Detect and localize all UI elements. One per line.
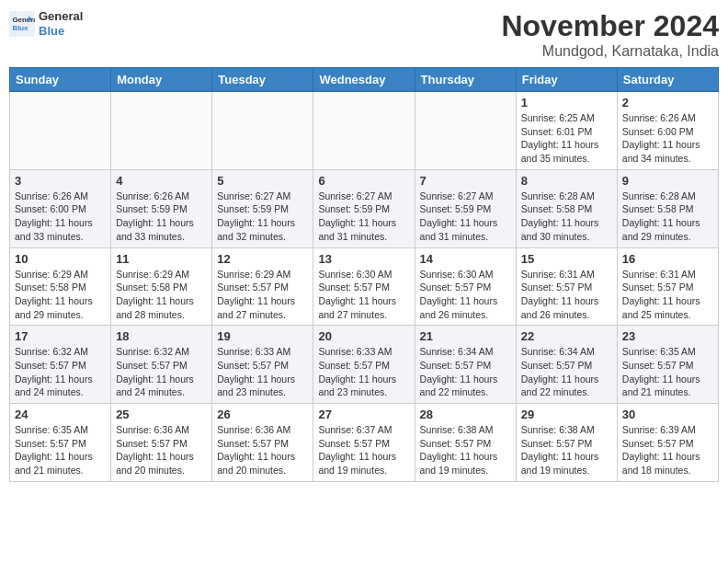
day-number: 5 bbox=[217, 174, 308, 188]
day-number: 9 bbox=[622, 174, 713, 188]
weekday-header-friday: Friday bbox=[516, 68, 617, 92]
day-detail: Sunrise: 6:38 AM Sunset: 5:57 PM Dayligh… bbox=[420, 423, 511, 477]
day-number: 13 bbox=[318, 252, 409, 266]
calendar-cell bbox=[415, 92, 516, 170]
calendar-cell: 13Sunrise: 6:30 AM Sunset: 5:57 PM Dayli… bbox=[313, 247, 415, 326]
day-number: 16 bbox=[622, 252, 713, 266]
calendar-cell: 5Sunrise: 6:27 AM Sunset: 5:59 PM Daylig… bbox=[212, 169, 313, 247]
calendar-cell: 27Sunrise: 6:37 AM Sunset: 5:57 PM Dayli… bbox=[313, 404, 415, 482]
weekday-header-monday: Monday bbox=[111, 68, 212, 92]
calendar-week-1: 1Sunrise: 6:25 AM Sunset: 6:01 PM Daylig… bbox=[10, 92, 719, 170]
day-detail: Sunrise: 6:34 AM Sunset: 5:57 PM Dayligh… bbox=[521, 345, 612, 399]
page-header: General Blue General Blue November 2024 … bbox=[9, 9, 719, 60]
day-detail: Sunrise: 6:39 AM Sunset: 5:57 PM Dayligh… bbox=[622, 423, 713, 477]
calendar-cell: 3Sunrise: 6:26 AM Sunset: 6:00 PM Daylig… bbox=[10, 169, 111, 247]
weekday-header-saturday: Saturday bbox=[617, 68, 718, 92]
day-number: 6 bbox=[318, 174, 409, 188]
day-detail: Sunrise: 6:30 AM Sunset: 5:57 PM Dayligh… bbox=[420, 268, 511, 322]
calendar-cell: 7Sunrise: 6:27 AM Sunset: 5:59 PM Daylig… bbox=[415, 169, 516, 247]
day-number: 4 bbox=[116, 174, 207, 188]
day-number: 29 bbox=[521, 408, 612, 421]
weekday-header-wednesday: Wednesday bbox=[313, 68, 415, 92]
calendar-cell: 2Sunrise: 6:26 AM Sunset: 6:00 PM Daylig… bbox=[617, 92, 718, 170]
calendar-cell: 24Sunrise: 6:35 AM Sunset: 5:57 PM Dayli… bbox=[10, 404, 111, 482]
day-detail: Sunrise: 6:36 AM Sunset: 5:57 PM Dayligh… bbox=[217, 423, 308, 477]
day-detail: Sunrise: 6:35 AM Sunset: 5:57 PM Dayligh… bbox=[622, 345, 713, 399]
day-number: 15 bbox=[521, 252, 612, 266]
calendar-cell bbox=[212, 92, 313, 170]
calendar-cell: 18Sunrise: 6:32 AM Sunset: 5:57 PM Dayli… bbox=[111, 326, 212, 404]
calendar-cell: 26Sunrise: 6:36 AM Sunset: 5:57 PM Dayli… bbox=[212, 404, 313, 482]
calendar-cell bbox=[111, 92, 212, 170]
day-detail: Sunrise: 6:32 AM Sunset: 5:57 PM Dayligh… bbox=[116, 345, 207, 399]
day-number: 12 bbox=[217, 252, 308, 266]
weekday-header-row: SundayMondayTuesdayWednesdayThursdayFrid… bbox=[10, 68, 719, 92]
calendar-week-5: 24Sunrise: 6:35 AM Sunset: 5:57 PM Dayli… bbox=[10, 404, 719, 482]
day-number: 26 bbox=[217, 408, 308, 421]
day-detail: Sunrise: 6:29 AM Sunset: 5:58 PM Dayligh… bbox=[15, 268, 106, 322]
calendar-week-3: 10Sunrise: 6:29 AM Sunset: 5:58 PM Dayli… bbox=[10, 247, 719, 326]
day-number: 28 bbox=[420, 408, 511, 421]
calendar-cell: 25Sunrise: 6:36 AM Sunset: 5:57 PM Dayli… bbox=[111, 404, 212, 482]
logo: General Blue General Blue bbox=[9, 9, 83, 38]
weekday-header-sunday: Sunday bbox=[10, 68, 111, 92]
calendar-cell: 16Sunrise: 6:31 AM Sunset: 5:57 PM Dayli… bbox=[617, 247, 718, 326]
day-number: 19 bbox=[217, 329, 308, 343]
calendar-cell: 30Sunrise: 6:39 AM Sunset: 5:57 PM Dayli… bbox=[617, 404, 718, 482]
calendar-cell: 20Sunrise: 6:33 AM Sunset: 5:57 PM Dayli… bbox=[313, 326, 415, 404]
calendar-week-4: 17Sunrise: 6:32 AM Sunset: 5:57 PM Dayli… bbox=[10, 326, 719, 404]
day-number: 11 bbox=[116, 252, 207, 266]
location: Mundgod, Karnataka, India bbox=[501, 43, 719, 60]
day-detail: Sunrise: 6:31 AM Sunset: 5:57 PM Dayligh… bbox=[521, 268, 612, 322]
calendar-cell: 15Sunrise: 6:31 AM Sunset: 5:57 PM Dayli… bbox=[516, 247, 617, 326]
day-number: 3 bbox=[15, 174, 106, 188]
day-number: 25 bbox=[116, 408, 207, 421]
day-number: 22 bbox=[521, 329, 612, 343]
weekday-header-thursday: Thursday bbox=[415, 68, 516, 92]
day-detail: Sunrise: 6:30 AM Sunset: 5:57 PM Dayligh… bbox=[318, 268, 409, 322]
svg-text:Blue: Blue bbox=[13, 24, 29, 32]
day-number: 7 bbox=[420, 174, 511, 188]
day-detail: Sunrise: 6:29 AM Sunset: 5:57 PM Dayligh… bbox=[217, 268, 308, 322]
calendar-cell: 19Sunrise: 6:33 AM Sunset: 5:57 PM Dayli… bbox=[212, 326, 313, 404]
calendar-cell: 4Sunrise: 6:26 AM Sunset: 5:59 PM Daylig… bbox=[111, 169, 212, 247]
day-detail: Sunrise: 6:38 AM Sunset: 5:57 PM Dayligh… bbox=[521, 423, 612, 477]
day-detail: Sunrise: 6:27 AM Sunset: 5:59 PM Dayligh… bbox=[318, 190, 409, 244]
day-detail: Sunrise: 6:35 AM Sunset: 5:57 PM Dayligh… bbox=[15, 423, 106, 477]
calendar-cell: 1Sunrise: 6:25 AM Sunset: 6:01 PM Daylig… bbox=[516, 92, 617, 170]
day-number: 17 bbox=[15, 329, 106, 343]
calendar-cell: 10Sunrise: 6:29 AM Sunset: 5:58 PM Dayli… bbox=[10, 247, 111, 326]
day-number: 24 bbox=[15, 408, 106, 421]
day-number: 10 bbox=[15, 252, 106, 266]
calendar-cell: 17Sunrise: 6:32 AM Sunset: 5:57 PM Dayli… bbox=[10, 326, 111, 404]
day-number: 21 bbox=[420, 329, 511, 343]
day-number: 20 bbox=[318, 329, 409, 343]
day-detail: Sunrise: 6:32 AM Sunset: 5:57 PM Dayligh… bbox=[15, 345, 106, 399]
day-detail: Sunrise: 6:27 AM Sunset: 5:59 PM Dayligh… bbox=[420, 190, 511, 244]
calendar-cell: 12Sunrise: 6:29 AM Sunset: 5:57 PM Dayli… bbox=[212, 247, 313, 326]
calendar-table: SundayMondayTuesdayWednesdayThursdayFrid… bbox=[9, 67, 719, 482]
calendar-cell: 29Sunrise: 6:38 AM Sunset: 5:57 PM Dayli… bbox=[516, 404, 617, 482]
day-detail: Sunrise: 6:33 AM Sunset: 5:57 PM Dayligh… bbox=[318, 345, 409, 399]
day-detail: Sunrise: 6:26 AM Sunset: 5:59 PM Dayligh… bbox=[116, 190, 207, 244]
calendar-cell bbox=[10, 92, 111, 170]
day-detail: Sunrise: 6:28 AM Sunset: 5:58 PM Dayligh… bbox=[622, 190, 713, 244]
day-detail: Sunrise: 6:28 AM Sunset: 5:58 PM Dayligh… bbox=[521, 190, 612, 244]
day-number: 23 bbox=[622, 329, 713, 343]
day-detail: Sunrise: 6:37 AM Sunset: 5:57 PM Dayligh… bbox=[318, 423, 409, 477]
day-number: 2 bbox=[622, 96, 713, 109]
day-detail: Sunrise: 6:26 AM Sunset: 6:00 PM Dayligh… bbox=[15, 190, 106, 244]
calendar-cell: 6Sunrise: 6:27 AM Sunset: 5:59 PM Daylig… bbox=[313, 169, 415, 247]
weekday-header-tuesday: Tuesday bbox=[212, 68, 313, 92]
day-detail: Sunrise: 6:33 AM Sunset: 5:57 PM Dayligh… bbox=[217, 345, 308, 399]
day-number: 8 bbox=[521, 174, 612, 188]
day-detail: Sunrise: 6:27 AM Sunset: 5:59 PM Dayligh… bbox=[217, 190, 308, 244]
calendar-cell: 28Sunrise: 6:38 AM Sunset: 5:57 PM Dayli… bbox=[415, 404, 516, 482]
calendar-cell: 9Sunrise: 6:28 AM Sunset: 5:58 PM Daylig… bbox=[617, 169, 718, 247]
day-detail: Sunrise: 6:34 AM Sunset: 5:57 PM Dayligh… bbox=[420, 345, 511, 399]
calendar-cell: 23Sunrise: 6:35 AM Sunset: 5:57 PM Dayli… bbox=[617, 326, 718, 404]
calendar-cell bbox=[313, 92, 415, 170]
calendar-cell: 21Sunrise: 6:34 AM Sunset: 5:57 PM Dayli… bbox=[415, 326, 516, 404]
day-number: 27 bbox=[318, 408, 409, 421]
calendar-week-2: 3Sunrise: 6:26 AM Sunset: 6:00 PM Daylig… bbox=[10, 169, 719, 247]
